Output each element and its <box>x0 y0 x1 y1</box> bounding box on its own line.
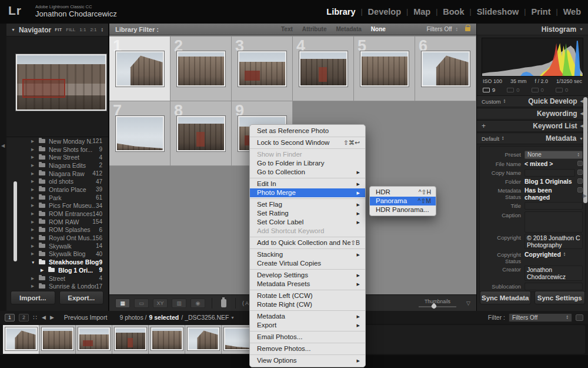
second-window-button[interactable]: 2 <box>19 314 29 321</box>
sync-metadata-button[interactable]: Sync Metadata <box>480 291 531 304</box>
export-button[interactable]: Export... <box>59 291 104 304</box>
metadata-action-button[interactable] <box>577 161 583 166</box>
histogram-chart[interactable] <box>482 38 583 77</box>
disclosure-triangle-icon[interactable]: ▶ <box>31 284 38 289</box>
grid-cell-4[interactable]: 4 <box>293 37 354 101</box>
module-tab-web[interactable]: Web <box>563 7 581 16</box>
folder-row-niagara-edits[interactable]: ▶Niagara Edits2 <box>6 161 108 170</box>
zoom-option-2-1[interactable]: 2:1 <box>90 27 96 32</box>
folder-row-niagara-raw[interactable]: ▶Niagara Raw412 <box>6 170 108 178</box>
folder-row-park[interactable]: ▶Park61 <box>6 194 108 202</box>
module-tab-library[interactable]: Library <box>326 7 355 16</box>
folder-row-royal-ont-mus[interactable]: ▶Royal Ont Mus...156 <box>6 234 108 242</box>
disclosure-triangle-icon[interactable]: ▶ <box>31 187 38 192</box>
metadata-mode-selector[interactable]: Default <box>482 135 505 142</box>
metadata-input[interactable] <box>524 202 583 210</box>
grid-cell-7[interactable]: 7 <box>109 101 171 166</box>
people-view-button[interactable]: ◉ <box>191 299 205 308</box>
grid-cell-1[interactable]: 1 <box>109 37 171 101</box>
grid-cell-2[interactable]: 2 <box>171 37 232 101</box>
filmstrip-status[interactable]: 9 photos / 9 selected / _DSC3256.NEF ▾ <box>119 314 233 321</box>
menu-item-rotate-left-ccw[interactable]: Rotate Left (CCW) <box>250 291 365 300</box>
disclosure-triangle-icon[interactable]: ▶ <box>31 163 38 168</box>
saved-preset-selector[interactable]: Custom <box>482 98 506 105</box>
menu-item-metadata[interactable]: Metadata▶ <box>250 312 365 321</box>
folder-row-old-shots[interactable]: ▶old shots47 <box>6 177 108 185</box>
navigator-header[interactable]: ▼ Navigator FITFILL1:12:1 <box>6 24 108 37</box>
collapse-left-panel-icon[interactable]: ◀ <box>1 143 5 148</box>
metadata-input[interactable] <box>524 283 583 290</box>
folder-row-steakhouse-blog[interactable]: ▼Steakhouse Blog9 <box>6 258 108 266</box>
folder-row-new-monday-n[interactable]: ▶New Monday N...121 <box>6 137 108 145</box>
filmstrip-thumbnail-4[interactable] <box>112 325 149 354</box>
folder-row-rom-raw[interactable]: ▶ROM RAW154 <box>6 218 108 226</box>
histogram-header[interactable]: Histogram ▼ <box>477 24 588 35</box>
disclosure-triangle-icon[interactable]: ▶ <box>31 147 38 152</box>
keyword-list-header[interactable]: + Keyword List ◀ <box>477 120 588 132</box>
grid-cell-3[interactable]: 3 <box>232 37 293 101</box>
filmstrip-thumbnail-2[interactable] <box>39 325 76 354</box>
menu-item-view-options[interactable]: View Options▶ <box>250 356 365 365</box>
disclosure-triangle-icon[interactable]: ▶ <box>31 155 38 160</box>
add-keyword-icon[interactable]: + <box>482 122 486 130</box>
menu-item-hdr[interactable]: HDR^⇧H <box>370 188 436 197</box>
menu-item-set-rating[interactable]: Set Rating▶ <box>250 209 365 218</box>
folder-row-sunrise-london[interactable]: ▶Sunrise & London17 <box>6 282 108 290</box>
keywording-header[interactable]: Keywording ◀ <box>477 108 588 120</box>
menu-item-panorama[interactable]: Panorama^⇧M <box>370 197 436 205</box>
filter-lock-icon[interactable] <box>465 27 470 31</box>
disclosure-triangle-icon[interactable]: ▶ <box>31 179 38 184</box>
collapse-triangle-icon[interactable]: ▼ <box>579 27 583 31</box>
menu-item-create-virtual-copies[interactable]: Create Virtual Copies <box>250 259 365 268</box>
disclosure-triangle-icon[interactable]: ▶ <box>31 276 38 281</box>
metadata-action-button[interactable] <box>577 187 583 193</box>
folder-row-new-shots-for[interactable]: ▶New Shots for...9 <box>6 145 108 154</box>
folder-row-skywalk[interactable]: ▶Skywalk14 <box>6 242 108 250</box>
folder-row-pics-for-museu[interactable]: ▶Pics For Museu...34 <box>6 202 108 210</box>
quick-develop-header[interactable]: Custom Quick Develop ◀ <box>477 95 588 107</box>
filters-off-status[interactable]: Filters Off <box>426 26 470 32</box>
metadata-action-button[interactable] <box>577 178 583 184</box>
metadata-input[interactable]: © 2018 Jonathon C Photography <box>524 234 583 249</box>
module-tab-book[interactable]: Book <box>443 7 464 16</box>
filter-option-text[interactable]: Text <box>281 26 293 32</box>
disclosure-triangle-icon[interactable]: ▶ <box>31 203 38 208</box>
menu-item-add-to-quick-collection-and-next[interactable]: Add to Quick Collection and Next⇧B <box>250 238 365 247</box>
menu-item-edit-in[interactable]: Edit In▶ <box>250 180 365 188</box>
metadata-dropdown[interactable]: Copyrighted <box>524 251 583 258</box>
disclosure-triangle-icon[interactable]: ▶ <box>31 139 38 144</box>
metadata-preset-dropdown[interactable]: None <box>524 151 583 159</box>
disclosure-triangle-icon[interactable]: ▶ <box>31 195 38 200</box>
disclosure-triangle-icon[interactable]: ▶ <box>41 268 47 273</box>
disclosure-triangle-icon[interactable]: ▶ <box>31 251 38 256</box>
menu-item-go-to-folder-in-library[interactable]: Go to Folder in Library <box>250 159 365 168</box>
menu-item-hdr-panorama[interactable]: HDR Panorama... <box>370 205 436 214</box>
painter-spray-icon[interactable] <box>221 299 226 307</box>
grid-view-button[interactable]: ▦ <box>115 299 130 308</box>
filter-option-attribute[interactable]: Attribute <box>302 26 327 32</box>
menu-item-metadata-presets[interactable]: Metadata Presets▶ <box>250 280 365 289</box>
folder-row-rom-entrances[interactable]: ▶ROM Entrances...140 <box>6 210 108 218</box>
menu-item-set-flag[interactable]: Set Flag▶ <box>250 200 365 209</box>
thumbnail-size-slider[interactable] <box>419 306 456 307</box>
collapse-right-panel-icon[interactable]: ▶ <box>583 193 587 198</box>
module-tab-slideshow[interactable]: Slideshow <box>477 7 519 16</box>
menu-item-photo-merge[interactable]: Photo Merge▶ <box>250 188 365 197</box>
folder-row-skywalk-blog[interactable]: ▶Skywalk Blog40 <box>6 250 108 258</box>
module-tab-develop[interactable]: Develop <box>368 7 401 16</box>
zoom-option-fit[interactable]: FIT <box>55 27 62 32</box>
grid-view-shortcut-icon[interactable]: ∷ <box>33 314 38 321</box>
menu-item-export[interactable]: Export▶ <box>250 321 365 330</box>
main-window-button[interactable]: 1 <box>5 314 15 321</box>
grid-cell-8[interactable]: 8 <box>171 101 232 166</box>
disclosure-triangle-icon[interactable]: ▶ <box>31 244 38 248</box>
zoom-option-fill[interactable]: FILL <box>66 27 75 32</box>
metadata-header[interactable]: Default Metadata ▼ <box>477 132 588 144</box>
menu-item-rotate-right-cw[interactable]: Rotate Right (CW) <box>250 300 365 309</box>
disclosure-triangle-icon[interactable]: ▶ <box>31 171 38 176</box>
disclosure-triangle-icon[interactable]: ▶ <box>31 227 38 232</box>
folder-row-blog-1-ori[interactable]: ▶Blog 1 Ori...9 <box>6 266 108 274</box>
module-tab-print[interactable]: Print <box>531 7 550 16</box>
compare-view-button[interactable]: XY <box>153 299 168 308</box>
menu-item-lock-to-second-window[interactable]: Lock to Second Window⇧⌘↩ <box>250 138 365 147</box>
